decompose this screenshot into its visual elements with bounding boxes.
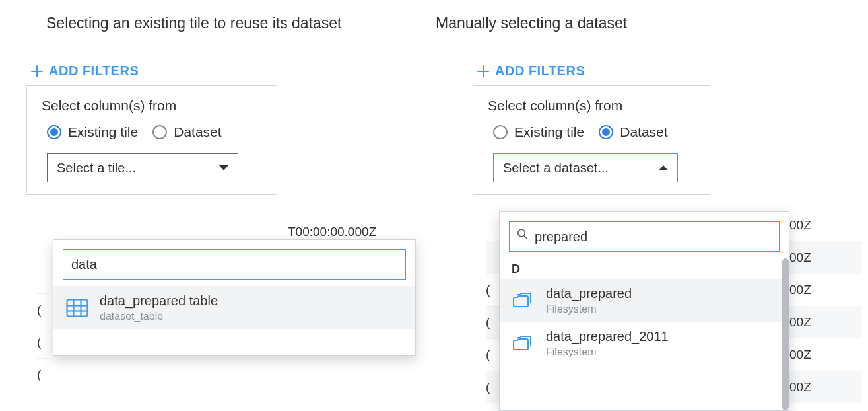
caption-left: Selecting an existing tile to reuse its … [46, 15, 341, 32]
select-placeholder: Select a tile... [57, 161, 136, 176]
search-wrap [53, 240, 415, 286]
table-row: ( [37, 358, 50, 391]
popover-title: Select column(s) from [42, 98, 262, 114]
tile-select[interactable]: Select a tile... [47, 153, 238, 182]
caption-right: Manually selecting a dataset [436, 15, 627, 32]
scrollbar-thumb[interactable] [782, 258, 789, 410]
add-filters-button[interactable]: ADD FILTERS [477, 63, 585, 79]
search-wrap [500, 212, 789, 258]
radio-label: Existing tile [68, 124, 138, 140]
dataset-dropdown: D data_prepared Filesystem data_prepared… [499, 211, 789, 411]
radio-existing-tile[interactable]: Existing tile [493, 124, 584, 140]
svg-rect-0 [67, 299, 88, 316]
dataset-result-item[interactable]: data_prepared Filesystem [500, 279, 789, 322]
radio-icon-checked [47, 125, 61, 139]
table-column-values: 00Z 00Z 00Z 00Z 00Z 00Z [789, 209, 811, 403]
folder-icon [512, 289, 535, 313]
result-title: data_prepared [546, 285, 632, 301]
tile-search-input[interactable] [63, 249, 406, 280]
cell: 00Z [789, 274, 811, 306]
radio-label: Dataset [620, 124, 667, 140]
plus-icon [477, 65, 490, 78]
plus-icon [30, 65, 44, 78]
result-title: data_prepared_2011 [546, 328, 669, 344]
table-row: ( [486, 338, 499, 371]
table-row: ( [486, 371, 499, 403]
radio-label: Existing tile [514, 124, 584, 140]
cell: 00Z [789, 338, 811, 371]
result-title: data_prepared table [100, 293, 218, 309]
bg-timestamp: T00:00:00.000Z [288, 225, 376, 239]
table-row: ( [486, 306, 499, 338]
section-letter: D [500, 258, 789, 279]
radio-icon-checked [599, 125, 613, 139]
result-subtitle: Filesystem [546, 346, 669, 358]
cell: 00Z [789, 371, 811, 403]
result-subtitle: dataset_table [100, 310, 218, 322]
chevron-down-icon [219, 165, 228, 170]
chevron-up-icon [659, 165, 668, 170]
table-row: ( [486, 274, 499, 306]
tile-dropdown: data_prepared table dataset_table [53, 239, 416, 356]
radio-label: Dataset [174, 124, 221, 140]
table-row: ( [37, 293, 50, 326]
radio-dataset[interactable]: Dataset [599, 124, 667, 140]
left-panel: ADD FILTERS Select column(s) from Existi… [26, 63, 416, 195]
add-filters-label: ADD FILTERS [49, 63, 139, 79]
dataset-result-item[interactable]: data_prepared_2011 Filesystem [500, 322, 789, 365]
right-panel: ADD FILTERS Select column(s) from Existi… [473, 63, 723, 195]
add-filters-button[interactable]: ADD FILTERS [30, 63, 139, 79]
radio-icon-unchecked [493, 125, 508, 139]
cell: 00Z [789, 209, 811, 241]
table-icon [65, 296, 89, 320]
result-subtitle: Filesystem [546, 303, 632, 315]
radio-existing-tile[interactable]: Existing tile [47, 124, 138, 140]
radio-dataset[interactable]: Dataset [152, 124, 221, 140]
select-placeholder: Select a dataset... [503, 161, 609, 176]
dataset-search-input[interactable] [509, 221, 780, 252]
tile-result-item[interactable]: data_prepared table dataset_table [53, 286, 415, 329]
cell: 00Z [789, 241, 811, 274]
source-popover: Select column(s) from Existing tile Data… [26, 85, 277, 195]
radio-icon-unchecked [152, 125, 167, 139]
folder-icon [512, 332, 535, 355]
radio-group: Existing tile Dataset [493, 124, 695, 140]
table-row: ( [37, 326, 50, 358]
cell: 00Z [789, 306, 811, 338]
add-filters-label: ADD FILTERS [495, 63, 585, 79]
popover-title: Select column(s) from [488, 98, 695, 114]
divider [442, 52, 865, 52]
source-popover: Select column(s) from Existing tile Data… [473, 85, 710, 195]
radio-group: Existing tile Dataset [47, 124, 262, 140]
dataset-select[interactable]: Select a dataset... [493, 153, 678, 182]
